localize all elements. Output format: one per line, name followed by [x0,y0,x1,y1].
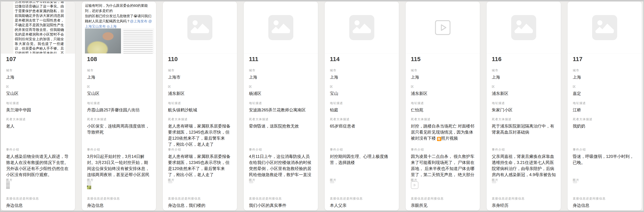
record-card-110[interactable]: 110 城市 上海市 区 浦东新区 地址描述 航头镇鹤沙航城 死者大体描述 老人… [162,2,237,210]
field-label-event: 事件介绍 [573,148,637,152]
field-label-deceased: 死者大体描述 [573,117,637,121]
field-label-direct: 直接信息还是间接信息 [330,196,394,200]
field-label-event: 事件介绍 [249,148,313,152]
attachment-thumbnail[interactable] [168,181,172,183]
field-label-image: 图片 [6,178,70,182]
field-value-direct: 亲眼所见 [411,202,475,208]
field-value-city: 上海 [87,74,151,80]
record-card-116[interactable]: 116 城市 上海 区 浦东新区 地址描述 朱家门小区 死者大体描述 死于浦东医… [486,2,561,210]
field-label-deceased: 死者大体描述 [168,117,232,121]
field-label-direct: 直接信息还是间接信息 [87,196,151,200]
field-label-image: 图片 [492,178,556,182]
field-label-district: 区 [330,85,394,89]
card-row: 分左右联系上中华西居委会，通过微信语音确认了这一事实。由于需要保护患者家属的隐私… [1,2,642,210]
field-label-district: 区 [6,85,70,89]
field-label-deceased: 死者大体描述 [249,117,313,121]
field-value-address: 仁怡苑 [411,107,475,113]
field-value-address: 铂庭 [330,107,394,113]
field-value-address: 航头镇鹤沙航城 [168,107,232,113]
field-label-address: 地址描述 [87,101,151,105]
field-label-deceased: 死者大体描述 [87,117,151,121]
field-label-event: 事件介绍 [6,148,70,152]
record-id: 107 [6,56,70,63]
play-icon [413,183,416,187]
field-value-city: 上海 [492,74,556,80]
field-value-address: 江桥 [573,107,637,113]
field-value-district: 宝山区 [87,90,151,97]
field-value-address: 朱家门小区 [492,107,556,113]
field-value-deceased: 65岁癌症患者 [330,123,394,129]
field-label-direct: 直接信息还是间接信息 [573,196,637,200]
field-value-city: 上海市 [168,74,232,80]
record-card-108[interactable]: 运输有时间，为什么跟居委会的60的菜能到，还好多是烂的别的区都已经分发过几批物资… [82,2,156,210]
attachment-thumbnail[interactable] [492,181,496,183]
record-card-111[interactable]: 111 城市 上海 区 杨浦区 地址描述 安波路265弄兰花教师公寓南区 死者大… [244,2,318,210]
field-label-district: 区 [573,85,637,89]
field-value-direct: 亲身经历 [492,202,556,208]
record-id: 108 [87,56,151,63]
field-label-address: 地址描述 [573,101,637,105]
video-attachment-thumbnail[interactable] [411,181,418,189]
attachment-thumbnail[interactable] [330,181,334,183]
field-label-district: 区 [249,85,313,89]
field-label-district: 区 [411,85,475,89]
field-value-city: 上海 [330,74,394,80]
field-value-direct: 身边信息 [573,202,637,208]
field-value-deceased: 晕倒昏迷，送医院抢救无效 [249,123,313,129]
field-label-event: 事件介绍 [411,148,475,152]
field-value-city: 上海 [249,74,313,80]
field-value-deceased: 老人患有哮喘，家属联系居委报备要求就医，12345也表示尽快，但是120依然来不… [168,123,232,147]
field-label-district: 区 [87,85,151,89]
field-label-city: 城市 [330,68,394,72]
field-label-city: 城市 [411,68,475,72]
field-label-city: 城市 [168,68,232,72]
field-label-event: 事件介绍 [87,148,151,152]
field-value-district: 宝山区 [6,90,70,97]
field-label-direct: 直接信息还是间接信息 [249,196,313,200]
field-value-city: 上海 [573,74,637,80]
field-label-address: 地址描述 [330,101,394,105]
field-label-city: 城市 [573,68,637,72]
field-label-image: 图片 [330,178,394,182]
field-value-address: 美兰湖中华园 [6,107,70,113]
field-value-district: 浦东新区 [411,90,475,97]
field-label-deceased: 死者大体描述 [330,117,394,121]
record-card-114[interactable]: 114 城市 上海 区 宝山 地址描述 铂庭 死者大体描述 65岁癌症患者 事件… [324,2,399,210]
attachment-thumbnail[interactable] [249,181,254,183]
field-value-deceased: 我奶奶 [573,123,637,129]
field-label-deceased: 死者大体描述 [492,117,556,121]
record-card-115[interactable]: 115 城市 上海 区 浦东新区 地址描述 仁怡苑 死者大体描述 封控，跳楼自杀… [406,2,480,210]
field-value-district: 杨浦区 [249,90,313,97]
field-value-event: 4月11日上午，这位消毒防疫人员在给我们小区封控楼做消杀的时候突然晕倒，小区里有… [249,153,313,178]
field-value-address: 安波路265弄兰花教师公寓南区 [249,107,313,113]
field-value-address: 丹霞山路257弄馨佳园八街坊 [87,107,151,113]
attachment-thumbnail[interactable] [573,181,577,183]
record-id: 111 [249,56,313,63]
field-label-city: 城市 [6,68,70,72]
field-value-deceased: 小区保安，连续两周高强度值班，导致猝死 [87,123,151,135]
attachment-thumbnail[interactable] [87,181,91,189]
field-value-direct: 身边信息，我们楼的 [168,202,232,208]
field-value-deceased: 老人 [6,123,70,129]
field-value-deceased: 死于浦东医院新冠隔离治疗中，有肾衰高血压封基础病 [492,123,556,135]
field-value-event: 老人感染后物业街道无人跟进，导致老人在没有救援的情况下去世。另外该小区还有不少阳… [6,153,70,178]
field-label-direct: 直接信息还是间接信息 [411,196,475,200]
field-value-event: 因为凌晨十二点自杀， 很久救护车来了可能看到现场死了， 尸体留在原地， 后来半夜… [411,153,475,178]
record-card-117[interactable]: 117 城市 上海 区 嘉定 地址描述 江桥 死者大体描述 我奶奶 事件介绍 昏… [568,2,642,210]
record-id: 116 [492,56,556,63]
record-id: 115 [411,56,475,63]
gallery-view: 分左右联系上中华西居委会，通过微信语音确认了这一事实。由于需要保护患者家属的隐私… [0,0,644,212]
field-label-image: 图片 [168,178,232,182]
field-value-district: 浦东新区 [168,90,232,97]
field-label-image: 图片 [249,178,313,182]
field-label-address: 地址描述 [6,101,70,105]
field-value-direct: 我们小区的真实事件 [249,202,313,208]
field-value-city: 上海 [411,74,475,80]
field-value-direct: 本人父亲 [330,202,394,208]
field-label-address: 地址描述 [168,101,232,105]
field-value-event: 老人患有哮喘，家属联系居委报备要求就医，12345也表示尽快，但是120依然来不… [168,153,232,178]
record-card-107[interactable]: 分左右联系上中华西居委会，通过微信语音确认了这一事实。由于需要保护患者家属的隐私… [1,2,75,210]
field-label-image: 图片 [87,178,151,182]
field-label-district: 区 [168,85,232,89]
attachment-thumbnail[interactable] [6,181,10,189]
